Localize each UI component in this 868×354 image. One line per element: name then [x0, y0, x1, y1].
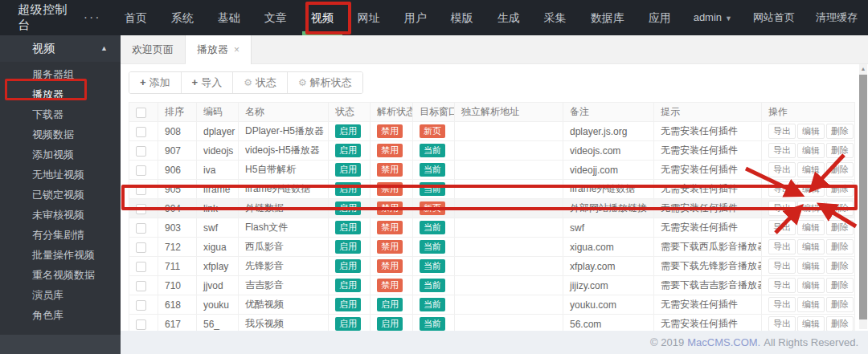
target-window-badge[interactable]: 当前 [420, 163, 445, 177]
select-all-checkbox[interactable] [136, 108, 146, 118]
target-window-badge[interactable]: 当前 [420, 240, 445, 254]
parse-status-badge[interactable]: 禁用 [377, 221, 403, 234]
edit-button[interactable]: 编辑 [797, 143, 825, 158]
row-checkbox[interactable] [136, 165, 146, 176]
user-menu[interactable]: admin▼ [683, 0, 743, 36]
delete-button[interactable]: 删除 [826, 124, 854, 139]
site-home-link[interactable]: 网站首页 [743, 0, 805, 35]
sidebar-item-10[interactable]: 重名视频数据 [0, 265, 121, 285]
delete-button[interactable]: 删除 [826, 162, 854, 177]
export-button[interactable]: 导出 [768, 220, 796, 235]
topnav-item-10[interactable]: 数据库 [579, 0, 637, 35]
delete-button[interactable]: 删除 [826, 278, 854, 293]
sidebar-item-7[interactable]: 未审核视频 [0, 205, 121, 225]
edit-button[interactable]: 编辑 [797, 220, 825, 235]
status-badge[interactable]: 启用 [335, 221, 361, 234]
delete-button[interactable]: 删除 [826, 143, 854, 158]
edit-button[interactable]: 编辑 [797, 162, 825, 177]
topnav-item-8[interactable]: 生成 [485, 0, 532, 35]
export-button[interactable]: 导出 [768, 239, 796, 254]
sidebar-item-5[interactable]: 无地址视频 [0, 165, 121, 185]
edit-button[interactable]: 编辑 [797, 258, 825, 274]
target-window-badge[interactable]: 当前 [420, 182, 445, 196]
status-badge[interactable]: 启用 [335, 279, 361, 292]
status-badge[interactable]: 启用 [335, 317, 361, 331]
export-button[interactable]: 导出 [768, 162, 796, 177]
sidebar-item-11[interactable]: 演员库 [0, 285, 121, 305]
close-icon[interactable]: × [234, 44, 240, 55]
row-checkbox[interactable] [136, 319, 146, 330]
target-window-badge[interactable]: 当前 [420, 298, 445, 311]
topnav-item-9[interactable]: 采集 [532, 0, 579, 35]
delete-button[interactable]: 删除 [826, 220, 854, 235]
row-checkbox[interactable] [136, 281, 146, 291]
target-window-badge[interactable]: 新页 [420, 124, 445, 138]
topnav-item-3[interactable]: 文章 [252, 0, 299, 35]
status-button[interactable]: ⚙状态 [233, 72, 288, 93]
topnav-item-1[interactable]: 系统 [159, 0, 206, 35]
export-button[interactable]: 导出 [768, 258, 796, 274]
target-window-badge[interactable]: 当前 [420, 221, 445, 234]
row-checkbox[interactable] [136, 127, 146, 137]
sidebar-item-2[interactable]: 下载器 [0, 104, 121, 124]
status-badge[interactable]: 启用 [335, 240, 361, 254]
sidebar-item-9[interactable]: 批量操作视频 [0, 245, 121, 265]
delete-button[interactable]: 删除 [826, 297, 854, 312]
edit-button[interactable]: 编辑 [797, 316, 825, 332]
parse-status-badge[interactable]: 启用 [377, 317, 403, 331]
tab-welcome[interactable]: 欢迎页面 [121, 35, 186, 63]
topnav-item-5[interactable]: 网址 [346, 0, 392, 35]
tab-player[interactable]: 播放器× [186, 35, 252, 64]
more-menu-icon[interactable]: ··· [72, 10, 113, 25]
row-checkbox[interactable] [136, 204, 146, 214]
export-button[interactable]: 导出 [768, 297, 796, 312]
target-window-badge[interactable]: 当前 [420, 279, 445, 292]
sidebar-item-12[interactable]: 角色库 [0, 305, 121, 325]
status-badge[interactable]: 启用 [335, 259, 361, 273]
target-window-badge[interactable]: 当前 [420, 259, 445, 273]
delete-button[interactable]: 删除 [826, 258, 854, 274]
edit-button[interactable]: 编辑 [797, 124, 825, 139]
topnav-item-7[interactable]: 模版 [439, 0, 485, 35]
export-button[interactable]: 导出 [768, 201, 796, 216]
clear-cache-link[interactable]: 清理缓存 [805, 0, 868, 35]
sidebar-header-video[interactable]: 视频 ▲ [0, 35, 121, 62]
topnav-item-6[interactable]: 用户 [392, 0, 439, 35]
row-checkbox[interactable] [136, 223, 146, 234]
row-checkbox[interactable] [136, 300, 146, 311]
target-window-badge[interactable]: 当前 [420, 317, 445, 331]
sidebar-item-6[interactable]: 已锁定视频 [0, 185, 121, 205]
topnav-item-0[interactable]: 首页 [113, 0, 159, 35]
row-checkbox[interactable] [136, 262, 146, 272]
parse-status-badge[interactable]: 禁用 [377, 259, 403, 273]
sidebar-item-0[interactable]: 服务器组 [0, 64, 121, 84]
parse-status-badge[interactable]: 禁用 [377, 124, 403, 138]
parse-status-badge[interactable]: 禁用 [377, 182, 403, 196]
status-badge[interactable]: 启用 [335, 124, 361, 138]
sidebar-item-8[interactable]: 有分集剧情 [0, 225, 121, 245]
parse-status-badge[interactable]: 禁用 [377, 144, 403, 157]
status-badge[interactable]: 启用 [335, 201, 361, 215]
export-button[interactable]: 导出 [768, 181, 796, 197]
import-button[interactable]: +导入 [182, 72, 234, 93]
sidebar-item-3[interactable]: 视频数据 [0, 124, 121, 144]
row-checkbox[interactable] [136, 185, 146, 195]
row-checkbox[interactable] [136, 146, 146, 157]
status-badge[interactable]: 启用 [335, 163, 361, 177]
delete-button[interactable]: 删除 [826, 181, 854, 197]
delete-button[interactable]: 删除 [826, 239, 854, 254]
export-button[interactable]: 导出 [768, 278, 796, 293]
topnav-item-11[interactable]: 应用 [637, 0, 683, 35]
delete-button[interactable]: 删除 [826, 316, 854, 332]
topnav-item-2[interactable]: 基础 [206, 0, 252, 35]
parse-status-badge[interactable]: 禁用 [377, 201, 403, 215]
parse-status-badge[interactable]: 禁用 [377, 279, 403, 292]
parse-status-badge[interactable]: 禁用 [377, 163, 403, 177]
edit-button[interactable]: 编辑 [797, 201, 825, 216]
add-button[interactable]: +添加 [129, 72, 182, 93]
edit-button[interactable]: 编辑 [797, 181, 825, 197]
parse-status-button[interactable]: ⚙解析状态 [288, 72, 362, 93]
scrollbar-thumb[interactable] [859, 75, 867, 319]
edit-button[interactable]: 编辑 [797, 297, 825, 312]
edit-button[interactable]: 编辑 [797, 278, 825, 293]
